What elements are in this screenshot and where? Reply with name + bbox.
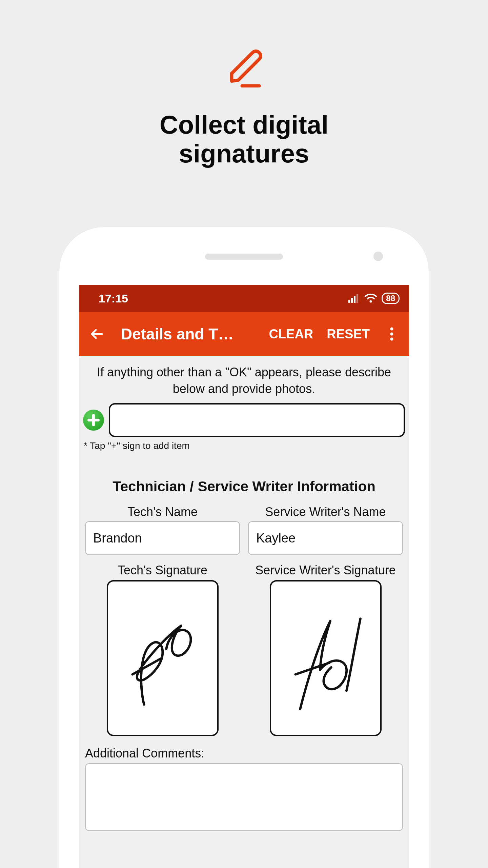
svg-rect-4 [357, 294, 358, 303]
add-item-hint: * Tap "+" sign to add item [79, 437, 409, 451]
writer-name-input[interactable]: Kaylee [248, 521, 403, 555]
wifi-icon [365, 294, 377, 303]
section-title: Technician / Service Writer Information [79, 478, 409, 495]
clear-button[interactable]: CLEAR [269, 327, 313, 341]
phone-camera [373, 252, 383, 261]
svg-point-7 [390, 333, 393, 336]
hero-title: Collect digital signatures [0, 110, 488, 168]
phone-speaker [205, 254, 283, 260]
instruction-text: If anything other than a "OK" appears, p… [79, 361, 409, 403]
comments-label: Additional Comments: [79, 736, 409, 763]
more-vert-icon [390, 327, 393, 341]
svg-rect-3 [354, 296, 355, 303]
form-content: If anything other than a "OK" appears, p… [79, 356, 409, 868]
tech-signature-label: Tech's Signature [118, 563, 207, 577]
writer-signature-pad[interactable] [270, 580, 382, 736]
status-bar: 17:15 88 [79, 285, 409, 312]
tech-name-label: Tech's Name [127, 505, 198, 519]
svg-rect-1 [348, 300, 350, 303]
tech-name-input[interactable]: Brandon [85, 521, 240, 555]
writer-signature-drawing [279, 593, 372, 723]
tech-signature-pad[interactable] [107, 580, 219, 736]
svg-point-8 [390, 338, 393, 341]
battery-indicator: 88 [382, 293, 400, 304]
svg-point-5 [370, 300, 372, 303]
phone-screen: 17:15 88 [79, 285, 409, 868]
tech-signature-drawing [116, 593, 209, 723]
reset-button[interactable]: RESET [327, 327, 370, 341]
phone-frame: 17:15 88 [59, 227, 429, 868]
overflow-menu-button[interactable] [383, 327, 400, 341]
hero-edit-icon [0, 44, 488, 92]
svg-point-6 [390, 328, 393, 331]
status-icons: 88 [348, 293, 400, 304]
svg-rect-2 [351, 298, 353, 303]
app-title: Details and T… [121, 325, 233, 343]
add-item-input[interactable] [109, 403, 405, 437]
status-time: 17:15 [99, 292, 128, 305]
arrow-left-icon [89, 326, 105, 342]
back-button[interactable] [85, 326, 109, 342]
app-bar: Details and T… CLEAR RESET [79, 312, 409, 356]
writer-signature-label: Service Writer's Signature [255, 563, 395, 577]
tech-name-value: Brandon [93, 531, 142, 546]
add-item-button[interactable] [83, 410, 104, 431]
comments-input[interactable] [85, 763, 403, 831]
writer-name-value: Kaylee [256, 531, 296, 546]
plus-icon [87, 413, 100, 427]
signal-icon [348, 294, 360, 303]
writer-name-label: Service Writer's Name [265, 505, 386, 519]
